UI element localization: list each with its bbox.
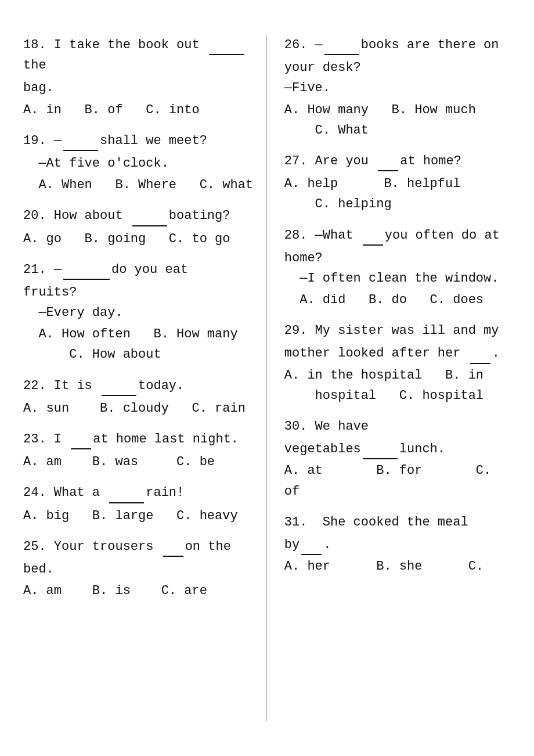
q23-text: 23. I at home last night.	[23, 429, 255, 449]
q19-sub: —At five o'clock.	[23, 153, 255, 174]
q22-options: A. sun B. cloudy C. rain	[23, 398, 255, 419]
page: 18. I take the book out the bag. A. in B…	[0, 0, 534, 756]
q21-text: 21. —do you eat	[23, 260, 255, 280]
q20-text: 20. How about boating?	[23, 206, 255, 226]
question-30: 30. We have vegetableslunch. A. at B. fo…	[284, 416, 511, 502]
columns-container: 18. I take the book out the bag. A. in B…	[23, 35, 511, 721]
q23-blank	[71, 448, 91, 449]
q18-text: 18. I take the book out the	[23, 35, 255, 75]
q25-text2: bed.	[23, 559, 255, 579]
q24-text: 24. What a rain!	[23, 483, 255, 503]
question-19: 19. —shall we meet? —At five o'clock. A.…	[23, 131, 255, 196]
question-24: 24. What a rain! A. big B. large C. heav…	[23, 483, 255, 525]
q28-text2: home?	[284, 248, 511, 268]
q19-options: A. When B. Where C. what	[23, 175, 255, 195]
q29-text2: mother looked after her .	[284, 343, 511, 363]
q24-options: A. big B. large C. heavy	[23, 506, 255, 526]
q31-text: 31. She cooked the meal	[284, 512, 511, 532]
q20-options: A. go B. going C. to go	[23, 229, 255, 249]
q31-text2: by.	[284, 535, 511, 555]
q28-blank	[363, 244, 383, 246]
q21-options: A. How often B. How many C. How about	[23, 324, 255, 365]
q21-sub: —Every day.	[23, 303, 255, 323]
q19-blank	[63, 150, 98, 151]
q24-blank	[109, 502, 144, 503]
q30-text: 30. We have	[284, 416, 511, 437]
q18-options: A. in B. of C. into	[23, 100, 255, 120]
q18-blank	[209, 54, 244, 55]
question-26: 26. —books are there on your desk? —Five…	[284, 35, 511, 141]
q26-blank	[324, 54, 359, 55]
q26-text2: your desk?	[284, 57, 511, 78]
question-28: 28. —What you often do at home? —I often…	[284, 225, 511, 311]
right-column: 26. —books are there on your desk? —Five…	[267, 35, 511, 721]
q30-options: A. at B. for C. of	[284, 460, 511, 501]
q30-blank	[363, 458, 398, 459]
q28-options: A. did B. do C. does	[284, 290, 511, 310]
question-21: 21. —do you eat fruits? —Every day. A. H…	[23, 260, 255, 365]
q20-blank	[132, 225, 167, 226]
question-22: 22. It is today. A. sun B. cloudy C. rai…	[23, 376, 255, 419]
q29-text: 29. My sister was ill and my	[284, 321, 511, 341]
q26-text: 26. —books are there on	[284, 35, 511, 55]
q27-text: 27. Are you at home?	[284, 151, 511, 171]
q25-text: 25. Your trousers on the	[23, 537, 255, 557]
q25-blank	[163, 556, 183, 557]
q28-sub: —I often clean the window.	[284, 268, 511, 289]
q19-text: 19. —shall we meet?	[23, 131, 255, 151]
question-18: 18. I take the book out the bag. A. in B…	[23, 35, 255, 120]
question-23: 23. I at home last night. A. am B. was C…	[23, 429, 255, 472]
q28-text: 28. —What you often do at	[284, 225, 511, 246]
q22-blank	[102, 395, 136, 396]
question-27: 27. Are you at home? A. help B. helpful …	[284, 151, 511, 215]
q21-blank	[63, 279, 110, 280]
question-31: 31. She cooked the meal by. A. her B. sh…	[284, 512, 511, 577]
q31-blank	[301, 554, 322, 555]
q23-options: A. am B. was C. be	[23, 452, 255, 472]
q26-sub: —Five.	[284, 78, 511, 98]
q27-options: A. help B. helpful C. helping	[284, 174, 511, 214]
q30-text2: vegetableslunch.	[284, 439, 511, 459]
left-column: 18. I take the book out the bag. A. in B…	[23, 35, 267, 721]
question-25: 25. Your trousers on the bed. A. am B. i…	[23, 537, 255, 602]
q21-text2: fruits?	[23, 282, 255, 303]
q29-blank	[470, 363, 490, 364]
q27-blank	[378, 170, 398, 171]
q31-options: A. her B. she C.	[284, 556, 511, 577]
q25-options: A. am B. is C. are	[23, 581, 255, 601]
q26-options: A. How many B. How much C. What	[284, 100, 511, 141]
q18-text2: bag.	[23, 78, 255, 98]
question-29: 29. My sister was ill and my mother look…	[284, 321, 511, 406]
question-20: 20. How about boating? A. go B. going C.…	[23, 206, 255, 249]
q29-options: A. in the hospital B. in hospital C. hos…	[284, 365, 511, 406]
q22-text: 22. It is today.	[23, 376, 255, 396]
